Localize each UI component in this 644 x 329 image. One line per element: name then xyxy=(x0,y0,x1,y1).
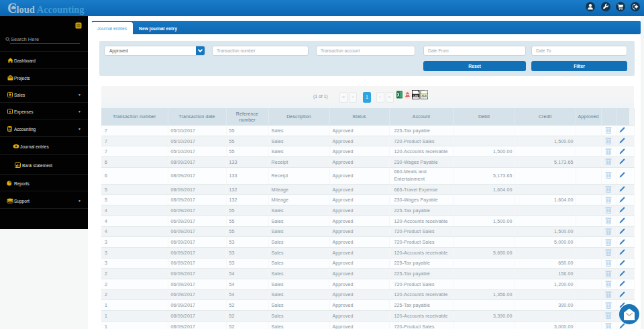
svg-text:XLS: XLS xyxy=(422,95,427,97)
svg-text:CSV: CSV xyxy=(413,95,419,97)
